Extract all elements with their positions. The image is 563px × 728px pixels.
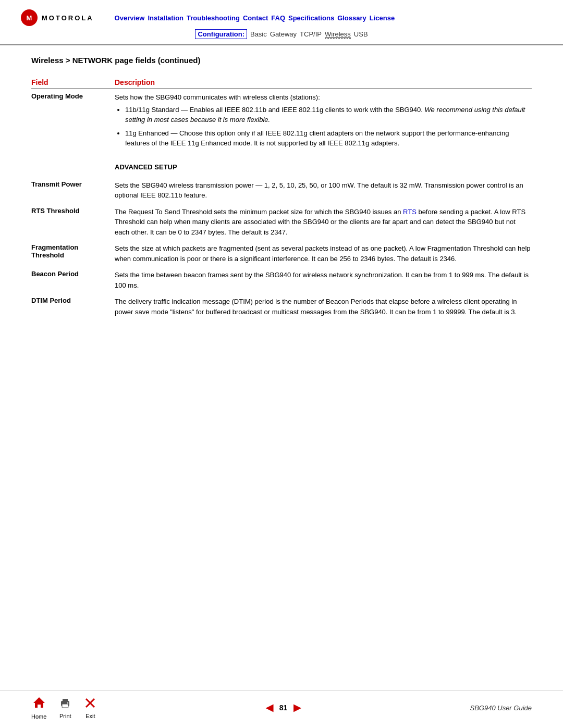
config-wireless[interactable]: Wireless: [325, 30, 351, 39]
exit-button[interactable]: Exit: [84, 697, 96, 719]
table-row: Transmit Power Sets the SBG940 wireless …: [31, 177, 532, 204]
col-field-header: Field: [31, 75, 115, 89]
field-table: Field Description Operating Mode Sets ho…: [31, 75, 532, 320]
prev-page-button[interactable]: ◀: [266, 702, 273, 713]
desc-operating-mode: Sets how the SBG940 communicates with wi…: [115, 89, 532, 155]
page-title: Wireless > NETWORK page fields (continue…: [31, 56, 532, 65]
rts-link[interactable]: RTS: [403, 208, 417, 216]
config-label: Configuration:: [195, 29, 247, 39]
config-row: Configuration: Basic Gateway TCP/IP Wire…: [21, 29, 542, 39]
exit-icon: [84, 697, 96, 712]
page-header: M MOTOROLA Overview Installation Trouble…: [0, 0, 563, 45]
home-button[interactable]: Home: [31, 696, 46, 720]
nav-installation[interactable]: Installation: [148, 14, 183, 22]
config-tcpip[interactable]: TCP/IP: [300, 30, 322, 38]
col-desc-header: Description: [115, 75, 532, 89]
field-beacon-period: Beacon Period: [31, 267, 115, 293]
table-row: RTS Threshold The Request To Send Thresh…: [31, 204, 532, 241]
guide-name: SBG940 User Guide: [470, 704, 532, 712]
footer-nav: Home Print Exit: [31, 696, 96, 720]
desc-beacon-period: Sets the time between beacon frames sent…: [115, 267, 532, 293]
logo-area: M MOTOROLA: [21, 9, 94, 26]
field-operating-mode: Operating Mode: [31, 89, 115, 155]
print-icon: [59, 697, 71, 712]
table-row: Operating Mode Sets how the SBG940 commu…: [31, 89, 532, 155]
nav-specifications[interactable]: Specifications: [288, 14, 334, 22]
nav-troubleshooting[interactable]: Troubleshooting: [187, 14, 240, 22]
nav-faq[interactable]: FAQ: [271, 14, 285, 22]
field-transmit-power: Transmit Power: [31, 177, 115, 204]
section-advanced-setup: ADVANCED SETUP: [31, 155, 532, 177]
print-button[interactable]: Print: [59, 697, 71, 719]
home-icon: [32, 696, 46, 712]
logo-text: MOTOROLA: [42, 14, 94, 22]
config-usb[interactable]: USB: [354, 30, 368, 38]
nav-contact[interactable]: Contact: [243, 14, 268, 22]
table-row: DTIM Period The delivery traffic indicat…: [31, 293, 532, 320]
svg-point-6: [67, 702, 68, 703]
field-fragmentation-threshold: FragmentationThreshold: [31, 240, 115, 267]
page-footer: Home Print Exit ◀: [0, 690, 563, 728]
desc-rts-threshold: The Request To Send Threshold sets the m…: [115, 204, 532, 241]
section-header-advanced: ADVANCED SETUP: [115, 158, 532, 174]
desc-fragmentation-threshold: Sets the size at which packets are fragm…: [115, 240, 532, 267]
nav-license[interactable]: License: [370, 14, 395, 22]
desc-transmit-power: Sets the SBG940 wireless transmission po…: [115, 177, 532, 204]
motorola-icon: M: [21, 9, 38, 26]
nav-links: Overview Installation Troubleshooting Co…: [115, 14, 542, 22]
print-label: Print: [59, 713, 71, 719]
svg-rect-5: [62, 704, 68, 708]
page-number: 81: [279, 704, 288, 712]
svg-marker-2: [33, 697, 45, 708]
svg-rect-4: [63, 699, 68, 702]
field-dtim-period: DTIM Period: [31, 293, 115, 320]
desc-dtim-period: The delivery traffic indication message …: [115, 293, 532, 320]
svg-text:M: M: [27, 14, 32, 22]
config-basic[interactable]: Basic: [250, 30, 267, 38]
next-page-button[interactable]: ▶: [293, 702, 301, 713]
page-nav: ◀ 81 ▶: [266, 702, 301, 713]
table-row: FragmentationThreshold Sets the size at …: [31, 240, 532, 267]
field-rts-threshold: RTS Threshold: [31, 204, 115, 241]
table-row: Beacon Period Sets the time between beac…: [31, 267, 532, 293]
config-gateway[interactable]: Gateway: [270, 30, 297, 38]
nav-overview[interactable]: Overview: [115, 14, 145, 22]
motorola-logo: M MOTOROLA: [21, 9, 94, 26]
nav-glossary[interactable]: Glossary: [337, 14, 366, 22]
main-content: Wireless > NETWORK page fields (continue…: [0, 56, 563, 320]
exit-label: Exit: [85, 713, 95, 719]
home-label: Home: [31, 713, 46, 720]
table-header-row: Field Description: [31, 75, 532, 89]
